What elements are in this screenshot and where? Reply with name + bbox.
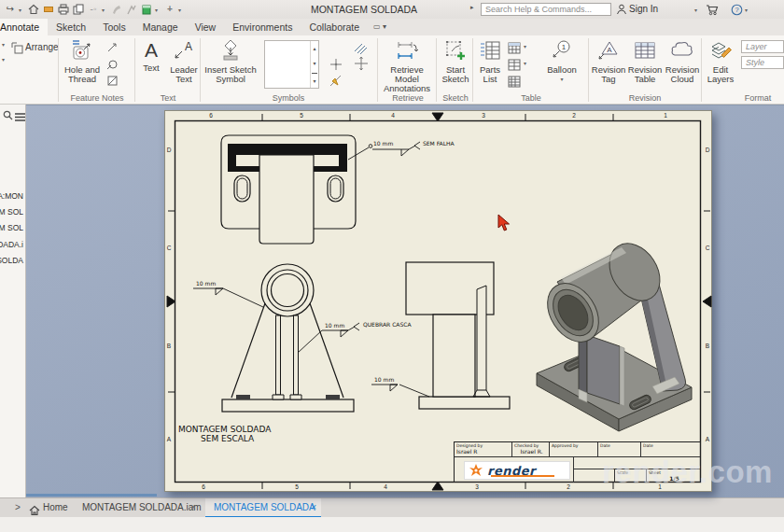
material-caret-icon[interactable]: ▾	[155, 7, 161, 13]
hole-table-icon[interactable]	[508, 58, 521, 75]
insert-sketch-symbol-button[interactable]: Insert Sketch Symbol	[203, 39, 258, 84]
panel-caret-icon[interactable]: ▾	[2, 41, 5, 48]
material-icon[interactable]	[140, 3, 153, 16]
browser-item[interactable]: LDADA.i	[0, 240, 23, 249]
sign-in-button[interactable]: Sign In	[629, 4, 658, 14]
tab-environments[interactable]: Environments	[224, 19, 301, 35]
search-expand-icon[interactable]: ▸	[470, 4, 474, 11]
tab-assembly-document[interactable]: MONTAGEM SOLDADA.iam	[82, 502, 202, 512]
group-label-retrieve[interactable]: Retrieve	[392, 93, 424, 103]
tab-view[interactable]: View	[187, 19, 225, 35]
hole-and-thread-button[interactable]: Hole and Thread	[60, 39, 105, 84]
text-button[interactable]: A Text	[136, 39, 166, 73]
tab-annotate[interactable]: Annotate	[0, 19, 48, 35]
revision-tag-button[interactable]: A Revision Tag	[591, 39, 626, 84]
toolbar-options-icon[interactable]: ▾	[178, 7, 185, 13]
group-label-symbols[interactable]: Symbols	[273, 93, 305, 103]
tab-collaborate[interactable]: Collaborate	[301, 19, 368, 35]
render-logo: render	[464, 461, 570, 480]
revision-cloud-button[interactable]: Revision Cloud	[663, 39, 702, 84]
group-label-revision[interactable]: Revision	[629, 93, 662, 103]
drawing-sheet[interactable]: 6 5 4 3 2 1 6 5 4 3 2 1 D C B A D C B A …	[164, 110, 712, 492]
weld-note-top[interactable]: SEM FALHA	[423, 140, 455, 147]
group-label-text[interactable]: Text	[161, 93, 176, 103]
leader-text-button[interactable]: A Leader Text	[166, 39, 202, 84]
weld-note-mid[interactable]: QUEBRAR CASCA	[363, 321, 412, 328]
symbols-gallery[interactable]: ▴ ▾ ▾	[264, 40, 319, 89]
view-note-line2: SEM ESCALA	[178, 434, 271, 443]
weld-size-mid[interactable]: 10 mm	[325, 322, 344, 329]
tab-drawing-document[interactable]: MONTAGEM SOLDADA ×	[205, 498, 321, 518]
weld-size-left[interactable]: 10 mm	[196, 280, 216, 287]
bend-note-icon[interactable]	[106, 74, 119, 91]
balloon-caret-icon[interactable]: ▾	[560, 75, 563, 84]
gallery-scroll-up-icon[interactable]: ▴	[311, 41, 318, 56]
tab-assembly-close-icon[interactable]: ×	[190, 502, 196, 512]
measure-icon[interactable]: -◦	[87, 3, 100, 16]
weld-size-top[interactable]: 10 mm	[373, 140, 393, 147]
view-title-note[interactable]: MONTAGEM SOLDADA SEM ESCALA	[178, 425, 271, 443]
ribbon-display-options-icon[interactable]: ▭ ▾	[368, 19, 386, 35]
search-input[interactable]	[481, 3, 611, 16]
group-label-feature-notes[interactable]: Feature Notes	[70, 93, 123, 103]
panel-caret2-icon[interactable]: ▾	[2, 56, 5, 63]
measure-caret-icon[interactable]: ▾	[102, 7, 108, 13]
copy-icon[interactable]	[72, 3, 85, 16]
surface-texture-symbol-icon[interactable]	[329, 40, 343, 59]
tab-tools[interactable]: Tools	[94, 19, 134, 35]
browser-item[interactable]: SEM SOL	[0, 207, 23, 217]
center-mark-icon[interactable]	[329, 57, 343, 76]
redo-caret-icon[interactable]: ▾	[19, 7, 25, 13]
table-caret2-icon[interactable]: ▾	[524, 60, 526, 66]
general-table-icon[interactable]	[508, 41, 521, 58]
new-file-icon[interactable]	[42, 3, 55, 16]
weld-size-bottom[interactable]: 10 mm	[374, 376, 394, 383]
group-label-format[interactable]: Format	[745, 93, 772, 103]
browser-search-icon[interactable]	[3, 107, 13, 124]
tab-manage[interactable]: Manage	[134, 19, 187, 35]
help-caret-icon[interactable]: ▾	[745, 7, 751, 13]
parts-list-button[interactable]: Parts List	[474, 39, 506, 84]
balloon-button[interactable]: 1 Balloon ▾	[539, 39, 584, 84]
group-label-table[interactable]: Table	[521, 93, 541, 103]
browser-item[interactable]: DA:MON	[0, 191, 23, 201]
browser-panel[interactable]: DA:MON SEM SOL SEM SOL LDADA.i SOLDA	[0, 105, 26, 497]
browser-menu-icon[interactable]	[15, 108, 25, 125]
tab-home[interactable]: Home	[43, 502, 68, 512]
tab-drawing-close-icon[interactable]: ×	[311, 502, 316, 512]
home-icon[interactable]	[27, 3, 40, 16]
layer-combobox[interactable]: Layer	[741, 40, 784, 53]
start-sketch-button[interactable]: Start Sketch	[439, 39, 472, 84]
browser-item[interactable]: SEM SOL	[0, 223, 23, 232]
tab-sketch[interactable]: Sketch	[48, 19, 94, 35]
help-icon[interactable]: ?	[730, 3, 743, 16]
titleblock-cell-sheet: Sheet 1/5	[647, 469, 700, 483]
arrange-button[interactable]: Arrange	[25, 42, 59, 52]
group-label-sketch[interactable]: Sketch	[442, 93, 469, 103]
chamfer-note-icon[interactable]	[106, 40, 119, 57]
title-block[interactable]: Designed by Israel R Checked by Israel R…	[454, 441, 701, 483]
caterpillar-symbol-icon[interactable]	[329, 74, 343, 92]
print-icon[interactable]	[57, 3, 70, 16]
cart-icon[interactable]	[706, 3, 719, 16]
edit-layers-button[interactable]: Edit Layers	[703, 39, 738, 84]
table-caret-icon[interactable]: ▾	[524, 43, 526, 49]
tab-overflow-icon[interactable]: >	[15, 502, 21, 512]
gallery-scroll-down-icon[interactable]: ▾	[311, 56, 318, 71]
parts-list-label: Parts List	[474, 65, 506, 84]
revision-table-button[interactable]: Revision Table	[627, 39, 663, 84]
panel-scrollbar[interactable]	[26, 494, 157, 497]
bend-table-icon[interactable]	[508, 75, 521, 91]
add-icon[interactable]: +	[163, 3, 176, 16]
centerline-bisector-icon[interactable]	[353, 55, 370, 76]
punch-note-icon[interactable]	[106, 57, 119, 74]
zone-label: C	[702, 245, 713, 251]
signin-caret-icon[interactable]: ▾	[694, 7, 701, 13]
retrieve-model-annotations-button[interactable]: Retrieve Model Annotations	[379, 39, 435, 93]
style-combobox[interactable]: Style	[741, 56, 784, 69]
gallery-scrollbar[interactable]: ▴ ▾ ▾	[310, 41, 318, 88]
gallery-expand-icon[interactable]: ▾	[312, 73, 317, 88]
redo-icon[interactable]: ↪	[4, 3, 17, 16]
render-logo-tagline	[491, 475, 554, 478]
browser-item[interactable]: SOLDA	[0, 256, 23, 265]
